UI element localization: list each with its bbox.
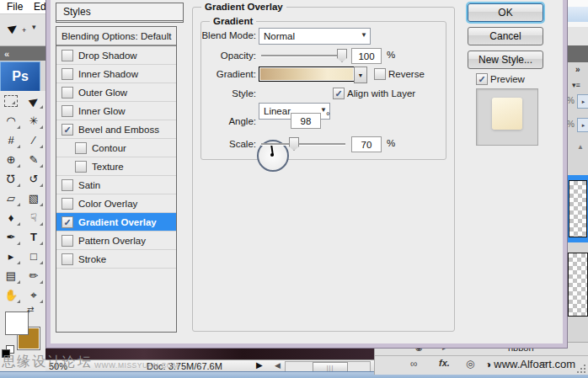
expand-panel-icon[interactable]: » xyxy=(575,65,580,74)
menu-edit[interactable]: Ed xyxy=(34,1,46,13)
pen-tool[interactable]: ✒ xyxy=(0,227,22,247)
styles-item-blending-options[interactable]: Blending Options: Default xyxy=(56,27,176,46)
ps-logo: Ps xyxy=(0,61,40,92)
new-group-folder-icon[interactable]: ▱ xyxy=(540,358,547,369)
color-overlay-checkbox[interactable] xyxy=(61,198,73,210)
styles-item-pattern-overlay[interactable]: Pattern Overlay xyxy=(56,232,176,250)
texture-checkbox[interactable] xyxy=(75,161,87,173)
styles-list: Blending Options: Default Drop Shadow In… xyxy=(56,26,177,333)
selected-layer-row[interactable] xyxy=(567,175,588,242)
angle-input[interactable]: 98 xyxy=(291,113,321,129)
history-brush-tool[interactable]: ↺ xyxy=(23,169,45,189)
panel-collapse-strip: « xyxy=(0,46,46,61)
cancel-button[interactable]: Cancel xyxy=(468,27,543,45)
collapse-panels-icon[interactable]: « xyxy=(0,49,9,59)
foreground-color-swatch[interactable] xyxy=(5,311,29,335)
lasso-tool[interactable]: ◠ xyxy=(0,111,22,130)
satin-checkbox[interactable] xyxy=(61,179,73,191)
notes-tool[interactable]: ▤ xyxy=(0,266,22,285)
zoom-tool[interactable]: ⌖ xyxy=(23,285,45,305)
scroll-up-icon[interactable]: ▲ xyxy=(577,143,584,151)
path-selection-tool[interactable]: ▸ xyxy=(0,247,22,266)
style-label: Style: xyxy=(177,88,256,98)
crop-tool[interactable]: # xyxy=(0,130,22,150)
hscroll-left-icon[interactable]: ◀ xyxy=(275,361,281,370)
outer-glow-checkbox[interactable] xyxy=(61,87,73,98)
opacity-slider[interactable] xyxy=(261,55,345,57)
gradient-overlay-checkbox[interactable]: ✓ xyxy=(61,216,73,228)
styles-item-inner-shadow[interactable]: Inner Shadow xyxy=(56,65,176,83)
contour-checkbox[interactable] xyxy=(75,142,87,154)
options-bar: ▶ + ▾ xyxy=(0,14,46,46)
eraser-tool[interactable]: ▱ xyxy=(0,189,22,208)
fill-spinner-button[interactable]: ▸ xyxy=(577,118,588,132)
color-swatches: ⇄ xyxy=(2,305,45,360)
layer-thumbnail[interactable] xyxy=(569,180,587,237)
scale-label: Scale: xyxy=(177,139,256,149)
blur-tool[interactable]: ♦ xyxy=(0,208,22,227)
panel-resize-grip[interactable] xyxy=(577,363,587,373)
layer-thumbnail[interactable] xyxy=(568,253,588,317)
pattern-overlay-checkbox[interactable] xyxy=(61,235,73,247)
subgroup-title: Gradient xyxy=(210,16,256,26)
tool-dropdown-icon[interactable]: ▾ xyxy=(32,23,36,31)
magic-wand-tool[interactable]: ✳ xyxy=(23,111,45,130)
drop-shadow-checkbox[interactable] xyxy=(61,50,73,61)
clone-stamp-tool[interactable]: ℧ xyxy=(0,169,22,189)
healing-brush-tool[interactable]: ⊕ xyxy=(0,150,22,169)
menu-file[interactable]: File xyxy=(7,1,23,13)
default-colors-icon[interactable] xyxy=(2,345,13,357)
opacity-unit: % xyxy=(567,96,575,105)
gradient-preview-bar[interactable] xyxy=(259,67,355,82)
photoshop-window: File Ed ▶ + ▾ « Ps ▭ ▶ ◠ ✳ # ∕ ⊕ ✎ ℧ ↺ ▱… xyxy=(0,0,588,378)
inner-shadow-checkbox[interactable] xyxy=(61,68,73,80)
styles-item-drop-shadow[interactable]: Drop Shadow xyxy=(56,46,176,65)
blend-mode-label: Blend Mode: xyxy=(177,30,256,40)
styles-item-outer-glow[interactable]: Outer Glow xyxy=(56,83,176,102)
layer-mask-icon[interactable]: ◎ xyxy=(466,358,474,370)
reverse-checkbox[interactable] xyxy=(374,68,386,80)
styles-header: Styles xyxy=(56,3,184,23)
blend-mode-select[interactable]: Normal ▼ xyxy=(259,28,371,45)
align-with-layer-checkbox[interactable]: ✓ xyxy=(333,88,345,99)
scale-slider[interactable] xyxy=(261,143,345,146)
status-next-icon[interactable]: ▶ xyxy=(256,360,263,370)
preview-checkbox[interactable]: ✓ xyxy=(476,73,488,85)
inner-glow-checkbox[interactable] xyxy=(61,105,73,117)
bevel-emboss-checkbox[interactable]: ✓ xyxy=(61,124,73,136)
move-tool[interactable]: ▶ xyxy=(23,91,45,110)
styles-item-color-overlay[interactable]: Color Overlay xyxy=(56,194,176,213)
gradient-label: Gradient: xyxy=(177,69,256,79)
opacity-spinner-button[interactable]: ▸ xyxy=(577,94,588,109)
layer-style-fx-icon[interactable]: fx. xyxy=(439,358,450,368)
styles-item-bevel-emboss[interactable]: ✓Bevel and Emboss xyxy=(56,120,176,139)
slice-tool[interactable]: ∕ xyxy=(23,130,45,150)
move-tool-icon[interactable]: ▶ xyxy=(6,19,20,35)
ok-button[interactable]: OK xyxy=(468,3,543,22)
gradient-picker-arrow-button[interactable]: ▼ xyxy=(354,67,367,83)
brush-tool[interactable]: ✎ xyxy=(23,150,45,169)
preview-label: Preview xyxy=(490,74,525,84)
styles-item-contour[interactable]: Contour xyxy=(56,139,176,157)
hand-tool[interactable]: ✋ xyxy=(0,285,22,305)
smudge-tool[interactable]: ☟ xyxy=(23,208,45,227)
zoom-level[interactable]: 50% xyxy=(49,361,67,371)
rectangular-marquee-tool[interactable]: ▭ xyxy=(4,95,18,107)
eyedropper-tool[interactable]: ✏ xyxy=(23,266,45,285)
gradient-tool[interactable]: ▧ xyxy=(23,189,45,208)
opacity-input[interactable]: 100 xyxy=(351,48,382,64)
link-layers-icon[interactable]: ∞ xyxy=(410,358,418,370)
type-tool[interactable]: T xyxy=(23,227,45,247)
stroke-checkbox[interactable] xyxy=(61,253,73,265)
styles-item-inner-glow[interactable]: Inner Glow xyxy=(56,102,176,120)
styles-item-texture[interactable]: Texture xyxy=(56,157,176,176)
new-style-button[interactable]: New Style... xyxy=(468,51,543,69)
styles-item-satin[interactable]: Satin xyxy=(56,176,176,194)
fill-unit: % xyxy=(567,120,575,129)
styles-item-gradient-overlay[interactable]: ✓Gradient Overlay xyxy=(56,213,176,232)
scale-input[interactable]: 70 xyxy=(351,136,382,152)
styles-item-stroke[interactable]: Stroke xyxy=(56,250,176,269)
shape-tool[interactable]: □ xyxy=(23,247,45,266)
panel-menu-icon[interactable]: ▾≡ xyxy=(572,81,580,89)
layer-style-dialog: Styles Blending Options: Default Drop Sh… xyxy=(46,0,567,348)
